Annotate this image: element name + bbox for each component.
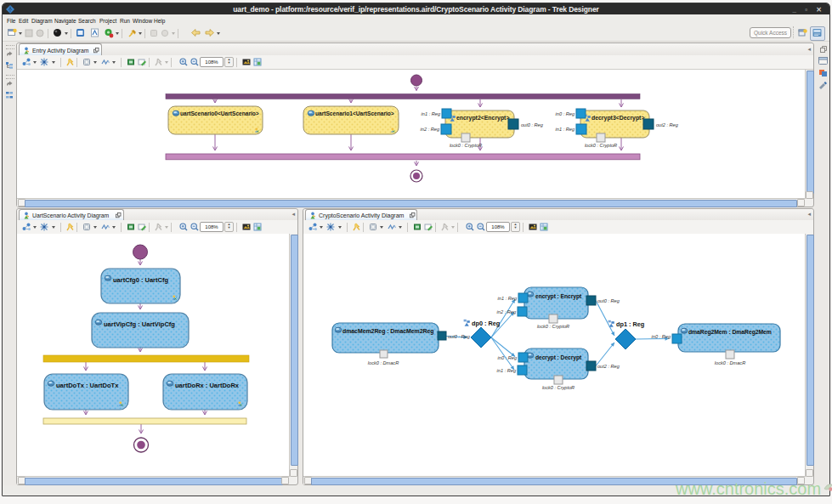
svg-text:uartCfg0 : UartCfg: uartCfg0 : UartCfg — [113, 276, 168, 284]
svg-text:uartScenario1<UartScenario>: uartScenario1<UartScenario> — [315, 110, 394, 116]
svg-text:out0 : Reg: out0 : Reg — [521, 122, 544, 127]
svg-text:uartDoRx : UartDoRx: uartDoRx : UartDoRx — [175, 382, 240, 389]
svg-text:in2 : Reg: in2 : Reg — [497, 309, 517, 314]
svg-text:decrypt3<Decrypt>: decrypt3<Decrypt> — [591, 115, 644, 122]
svg-text:in1 : Reg: in1 : Reg — [497, 368, 517, 373]
svg-text:uartDoTx : UartDoTx: uartDoTx : UartDoTx — [56, 382, 119, 389]
svg-text:out0 : Reg: out0 : Reg — [448, 334, 471, 339]
svg-text:in2 : Reg: in2 : Reg — [421, 127, 440, 132]
svg-text:lock0 : DmacR: lock0 : DmacR — [368, 360, 399, 365]
svg-text:lock0 : DmacR: lock0 : DmacR — [715, 360, 745, 365]
svg-text:out2 : Reg: out2 : Reg — [597, 364, 620, 369]
svg-text:out2 : Reg: out2 : Reg — [656, 122, 679, 127]
svg-text:lock0 : CryptoR: lock0 : CryptoR — [537, 324, 569, 329]
svg-text:uartScenario0<UartScenario>: uartScenario0<UartScenario> — [180, 110, 259, 116]
svg-text:out0 : Reg: out0 : Reg — [597, 298, 620, 303]
svg-text:in1 : Reg: in1 : Reg — [556, 127, 575, 132]
svg-text:in0 : Reg: in0 : Reg — [652, 334, 671, 339]
svg-text:encrypt : Encrypt: encrypt : Encrypt — [535, 293, 582, 300]
svg-text:in1 : Reg: in1 : Reg — [422, 111, 441, 116]
svg-text:lock0 : CryptoR: lock0 : CryptoR — [542, 385, 574, 390]
svg-text:lock0 : CryptoR: lock0 : CryptoR — [450, 143, 482, 148]
svg-text:in0 : Reg: in0 : Reg — [556, 111, 575, 116]
svg-text:dmacMem2Reg : DmacMem2Reg: dmacMem2Reg : DmacMem2Reg — [342, 328, 433, 335]
svg-text:in0 : Reg: in0 : Reg — [498, 355, 518, 360]
svg-text:dmaReg2Mem : DmaReg2Mem: dmaReg2Mem : DmaReg2Mem — [688, 329, 772, 336]
svg-text:dp0 : Reg: dp0 : Reg — [472, 320, 500, 327]
svg-text:in1 : Reg: in1 : Reg — [498, 296, 518, 301]
svg-text:dp1 : Reg: dp1 : Reg — [616, 320, 644, 328]
svg-text:uartVipCfg : UartVipCfg: uartVipCfg : UartVipCfg — [104, 320, 175, 328]
svg-text:encrypt2<Encrypt>: encrypt2<Encrypt> — [456, 115, 509, 122]
svg-text:decrypt : Decrypt: decrypt : Decrypt — [535, 354, 582, 361]
svg-text:lock0 : CryptoR: lock0 : CryptoR — [585, 143, 617, 148]
